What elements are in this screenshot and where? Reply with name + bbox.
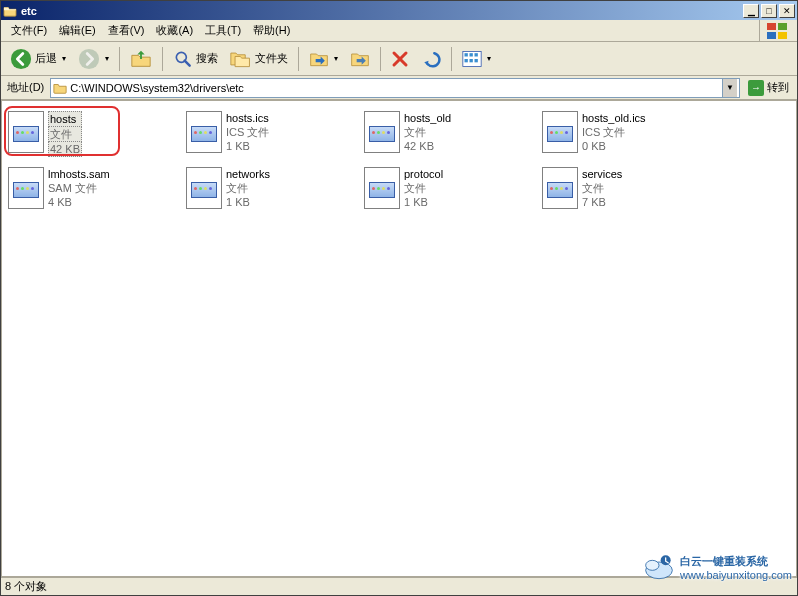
- file-thumbnail-icon: [186, 167, 222, 209]
- svg-line-7: [185, 60, 190, 65]
- svg-point-5: [79, 48, 99, 68]
- search-button[interactable]: 搜索: [168, 45, 223, 73]
- delete-button[interactable]: [386, 45, 414, 73]
- folders-button[interactable]: 文件夹: [225, 45, 293, 73]
- file-meta: services文件7 KB: [582, 167, 622, 209]
- maximize-button[interactable]: □: [761, 4, 777, 18]
- file-list[interactable]: hosts文件42 KBhosts.icsICS 文件1 KBhosts_old…: [1, 100, 797, 577]
- folders-label: 文件夹: [255, 51, 288, 66]
- file-name: protocol: [404, 167, 443, 181]
- menu-view[interactable]: 查看(V): [102, 21, 151, 40]
- file-size: 1 KB: [226, 139, 269, 153]
- folders-icon: [230, 49, 252, 69]
- svg-rect-15: [470, 59, 473, 62]
- file-type: SAM 文件: [48, 181, 110, 195]
- go-icon: →: [748, 80, 764, 96]
- file-meta: networks文件1 KB: [226, 167, 270, 209]
- file-item[interactable]: hosts文件42 KB: [8, 111, 186, 159]
- menu-favorites[interactable]: 收藏(A): [150, 21, 199, 40]
- menu-file[interactable]: 文件(F): [5, 21, 53, 40]
- file-size: 4 KB: [48, 195, 110, 209]
- file-type: 文件: [404, 125, 451, 139]
- address-box[interactable]: ▼: [50, 78, 740, 98]
- file-type: ICS 文件: [226, 125, 269, 139]
- file-size: 0 KB: [582, 139, 646, 153]
- file-type: 文件: [48, 126, 82, 142]
- file-meta: hosts_old文件42 KB: [404, 111, 451, 153]
- folder-icon: [53, 81, 67, 95]
- menu-tools[interactable]: 工具(T): [199, 21, 247, 40]
- file-item[interactable]: networks文件1 KB: [186, 167, 364, 215]
- toolbar: 后退 搜索 文件夹: [1, 42, 797, 76]
- separator: [451, 47, 452, 71]
- file-size: 1 KB: [226, 195, 270, 209]
- file-type: 文件: [582, 181, 622, 195]
- file-thumbnail-icon: [8, 167, 44, 209]
- menu-help[interactable]: 帮助(H): [247, 21, 296, 40]
- views-button[interactable]: [457, 45, 496, 73]
- status-bar: 8 个对象: [1, 577, 797, 595]
- svg-rect-2: [767, 32, 776, 39]
- go-label: 转到: [767, 80, 789, 95]
- windows-flag-icon: [759, 20, 795, 41]
- file-size: 1 KB: [404, 195, 443, 209]
- address-dropdown[interactable]: ▼: [722, 79, 737, 97]
- move-to-button[interactable]: [304, 45, 343, 73]
- forward-icon: [78, 48, 100, 70]
- back-label: 后退: [35, 51, 57, 66]
- svg-rect-16: [475, 59, 478, 62]
- svg-rect-0: [767, 23, 776, 30]
- file-item[interactable]: protocol文件1 KB: [364, 167, 542, 215]
- file-thumbnail-icon: [364, 167, 400, 209]
- file-item[interactable]: services文件7 KB: [542, 167, 720, 215]
- file-meta: lmhosts.samSAM 文件4 KB: [48, 167, 110, 209]
- titlebar[interactable]: etc ▁ □ ✕: [1, 1, 797, 20]
- svg-rect-14: [465, 59, 468, 62]
- file-thumbnail-icon: [542, 111, 578, 153]
- file-meta: protocol文件1 KB: [404, 167, 443, 209]
- file-size: 42 KB: [48, 141, 82, 157]
- file-name: networks: [226, 167, 270, 181]
- file-item[interactable]: hosts_old.icsICS 文件0 KB: [542, 111, 720, 159]
- file-item[interactable]: hosts_old文件42 KB: [364, 111, 542, 159]
- file-item[interactable]: lmhosts.samSAM 文件4 KB: [8, 167, 186, 215]
- folder-icon: [3, 5, 17, 17]
- copy-to-button[interactable]: [345, 45, 375, 73]
- file-thumbnail-icon: [542, 167, 578, 209]
- undo-icon: [421, 49, 441, 69]
- delete-icon: [391, 50, 409, 68]
- file-thumbnail-icon: [364, 111, 400, 153]
- file-type: 文件: [404, 181, 443, 195]
- address-input[interactable]: [70, 82, 722, 94]
- address-label: 地址(D): [5, 80, 46, 95]
- close-button[interactable]: ✕: [779, 4, 795, 18]
- views-icon: [462, 50, 482, 68]
- address-bar: 地址(D) ▼ → 转到: [1, 76, 797, 100]
- back-icon: [10, 48, 32, 70]
- menu-edit[interactable]: 编辑(E): [53, 21, 102, 40]
- back-button[interactable]: 后退: [5, 45, 71, 73]
- explorer-window: etc ▁ □ ✕ 文件(F) 编辑(E) 查看(V) 收藏(A) 工具(T) …: [0, 0, 798, 596]
- status-text: 8 个对象: [5, 579, 47, 594]
- file-thumbnail-icon: [8, 111, 44, 153]
- search-label: 搜索: [196, 51, 218, 66]
- svg-rect-3: [778, 32, 787, 39]
- svg-rect-12: [470, 53, 473, 56]
- separator: [119, 47, 120, 71]
- copy-to-icon: [350, 49, 370, 69]
- svg-point-4: [11, 48, 31, 68]
- file-name: hosts: [48, 111, 82, 127]
- search-icon: [173, 49, 193, 69]
- up-button[interactable]: [125, 45, 157, 73]
- file-name: hosts.ics: [226, 111, 269, 125]
- forward-button[interactable]: [73, 45, 114, 73]
- menubar: 文件(F) 编辑(E) 查看(V) 收藏(A) 工具(T) 帮助(H): [1, 20, 797, 42]
- file-size: 42 KB: [404, 139, 451, 153]
- move-to-icon: [309, 49, 329, 69]
- file-item[interactable]: hosts.icsICS 文件1 KB: [186, 111, 364, 159]
- minimize-button[interactable]: ▁: [743, 4, 759, 18]
- file-meta: hosts.icsICS 文件1 KB: [226, 111, 269, 153]
- file-name: services: [582, 167, 622, 181]
- undo-button[interactable]: [416, 45, 446, 73]
- go-button[interactable]: → 转到: [744, 78, 793, 98]
